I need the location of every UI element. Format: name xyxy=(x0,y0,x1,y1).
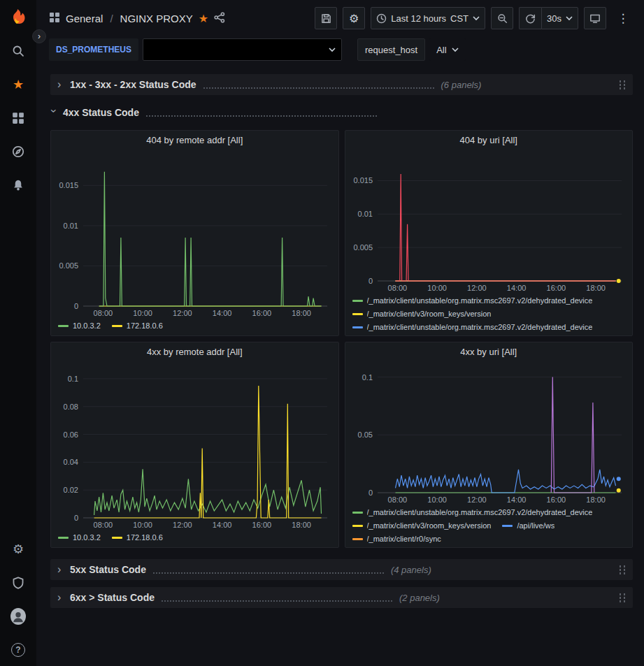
legend-item[interactable]: /_matrix/client/v3/room_keys/version xyxy=(352,335,492,336)
legend-item[interactable]: /_matrix/client/unstable/org.matrix.msc2… xyxy=(352,295,593,306)
row-collapse-chevron: › xyxy=(57,78,64,91)
top-nav: General / NGINX PROXY ★ ⚙ Last 12 hours … xyxy=(36,0,644,36)
request-host-variable-label[interactable]: request_host xyxy=(357,38,425,61)
svg-text:0: 0 xyxy=(368,488,372,497)
legend-item[interactable]: /_matrix/client/unstable/org.matrix.msc2… xyxy=(352,546,593,548)
legend-swatch xyxy=(352,538,363,540)
favorite-star-icon[interactable]: ★ xyxy=(199,12,208,25)
breadcrumb-section[interactable]: General xyxy=(66,13,103,24)
row-1xx-3xx-2xx[interactable]: › 1xx - 3xx - 2xx Status Code (6 panels) xyxy=(50,74,633,95)
legend-item[interactable]: 172.18.0.6 xyxy=(112,532,163,543)
grafana-logo[interactable] xyxy=(8,7,29,28)
row-5xx[interactable]: › 5xx Status Code (4 panels) xyxy=(50,559,633,580)
svg-text:14:00: 14:00 xyxy=(213,309,232,317)
panel-title[interactable]: 404 by remote addr [All] xyxy=(51,131,338,149)
legend-label: 172.18.0.6 xyxy=(127,321,163,330)
dashboard-title[interactable]: NGINX PROXY xyxy=(120,13,193,24)
row-drag-handle[interactable] xyxy=(617,79,626,90)
legend-item[interactable]: /_matrix/client/r0/sync xyxy=(352,533,441,544)
panel-title[interactable]: 4xx by uri [All] xyxy=(345,342,633,361)
row-dots-leader xyxy=(146,109,377,117)
help-question-glyph: ? xyxy=(11,643,25,657)
legend-label: /_matrix/client/r0/sync xyxy=(367,535,441,543)
request-host-select[interactable]: All xyxy=(429,38,465,61)
svg-text:14:00: 14:00 xyxy=(506,495,526,504)
sidebar-expand-toggle[interactable]: › xyxy=(32,29,46,43)
legend-item[interactable]: 10.0.3.2 xyxy=(58,532,101,543)
gear-icon: ⚙ xyxy=(349,12,359,25)
share-icon[interactable] xyxy=(214,12,225,25)
time-series-chart[interactable]: 00.0050.010.01508:0010:0012:0014:0016:00… xyxy=(347,150,629,294)
starred-dashboards-icon[interactable]: ★ xyxy=(10,77,26,92)
legend-item[interactable]: 172.18.0.6 xyxy=(112,320,163,331)
svg-text:0.015: 0.015 xyxy=(353,176,373,184)
row-4xx[interactable]: › 4xx Status Code xyxy=(50,102,633,123)
legend-item[interactable]: /_matrix/client/v3/room_keys/version xyxy=(352,520,492,531)
row-drag-handle[interactable] xyxy=(617,592,626,603)
search-icon[interactable] xyxy=(10,43,26,59)
nav-actions: ⚙ Last 12 hours CST 30s xyxy=(315,7,634,29)
settings-gear-icon[interactable]: ⚙ xyxy=(10,542,26,557)
legend-swatch xyxy=(352,300,363,302)
svg-text:0: 0 xyxy=(74,514,78,522)
time-series-chart[interactable]: 00.050.108:0010:0012:0014:0016:0018:00 xyxy=(347,362,629,505)
time-series-chart[interactable]: 00.020.040.060.080.108:0010:0012:0014:00… xyxy=(52,362,334,530)
time-range-picker[interactable]: Last 12 hours CST xyxy=(371,7,485,29)
svg-text:16:00: 16:00 xyxy=(546,495,566,504)
chevron-down-icon xyxy=(452,48,459,52)
user-avatar[interactable] xyxy=(10,609,26,624)
legend-item[interactable]: 10.0.3.2 xyxy=(58,320,101,331)
row-title: 6xx > Status Code xyxy=(70,592,155,603)
legend-item[interactable]: /_matrix/client/unstable/org.matrix.msc2… xyxy=(352,507,593,518)
tv-mode-button[interactable] xyxy=(584,7,606,29)
panel-grid: 404 by remote addr [All] 00.0050.010.015… xyxy=(50,130,633,548)
svg-text:10:00: 10:00 xyxy=(133,521,152,529)
legend-item[interactable]: /api/live/ws xyxy=(502,520,554,531)
zoom-out-button[interactable] xyxy=(491,7,513,29)
explore-compass-icon[interactable] xyxy=(10,144,26,159)
row-collapse-chevron: › xyxy=(57,591,64,604)
svg-text:0: 0 xyxy=(74,302,78,310)
svg-text:0.01: 0.01 xyxy=(64,222,78,230)
chevron-down-icon xyxy=(473,16,480,21)
panel-4xx-by-uri: 4xx by uri [All] 00.050.108:0010:0012:00… xyxy=(345,342,634,548)
datasource-select[interactable] xyxy=(143,38,342,61)
svg-text:0.1: 0.1 xyxy=(362,373,372,382)
svg-text:10:00: 10:00 xyxy=(427,495,447,504)
row-drag-handle[interactable] xyxy=(617,564,626,575)
alerting-bell-icon[interactable] xyxy=(10,178,26,193)
refresh-button[interactable] xyxy=(519,7,541,29)
svg-text:18:00: 18:00 xyxy=(586,284,606,292)
datasource-variable-label[interactable]: DS_PROMETHEUS xyxy=(49,38,138,61)
dashboard-settings-button[interactable]: ⚙ xyxy=(343,7,365,29)
save-dashboard-button[interactable] xyxy=(315,7,337,29)
legend-label: /api/live/ws xyxy=(517,521,554,530)
row-6xx[interactable]: › 6xx > Status Code (2 panels) xyxy=(50,587,633,608)
breadcrumb: General / NGINX PROXY ★ xyxy=(49,12,225,25)
apps-grid-icon xyxy=(49,12,60,25)
svg-text:10:00: 10:00 xyxy=(427,284,447,292)
refresh-interval-dropdown[interactable]: 30s xyxy=(541,7,578,29)
time-range-label: Last 12 hours xyxy=(391,13,446,24)
svg-text:0.01: 0.01 xyxy=(357,210,372,218)
svg-text:0.1: 0.1 xyxy=(68,375,78,383)
legend-item[interactable]: /_matrix/client/v3/room_keys/version xyxy=(352,308,492,319)
legend-item[interactable]: /_matrix/client/unstable/org.matrix.msc2… xyxy=(352,321,593,333)
legend-swatch xyxy=(352,313,363,315)
row-title: 4xx Status Code xyxy=(63,107,139,118)
svg-text:14:00: 14:00 xyxy=(506,284,526,292)
panel-title[interactable]: 404 by uri [All] xyxy=(345,131,633,149)
row-dots-leader xyxy=(162,594,392,602)
dashboards-grid-icon[interactable] xyxy=(10,110,26,126)
legend-item[interactable]: /sw.js xyxy=(502,335,536,336)
kebab-menu-button[interactable]: ⋮ xyxy=(612,7,634,29)
svg-text:18:00: 18:00 xyxy=(586,495,606,504)
legend-label: /_matrix/client/unstable/org.matrix.msc2… xyxy=(367,508,593,516)
panel-legend: /_matrix/client/unstable/org.matrix.msc2… xyxy=(345,505,633,548)
help-icon[interactable]: ? xyxy=(10,642,26,658)
svg-text:18:00: 18:00 xyxy=(292,309,311,317)
row-panel-count: (4 panels) xyxy=(391,565,431,575)
time-series-chart[interactable]: 00.0050.010.01508:0010:0012:0014:0016:00… xyxy=(52,150,334,319)
server-admin-shield-icon[interactable] xyxy=(10,575,26,591)
panel-title[interactable]: 4xx by remote addr [All] xyxy=(51,342,338,361)
